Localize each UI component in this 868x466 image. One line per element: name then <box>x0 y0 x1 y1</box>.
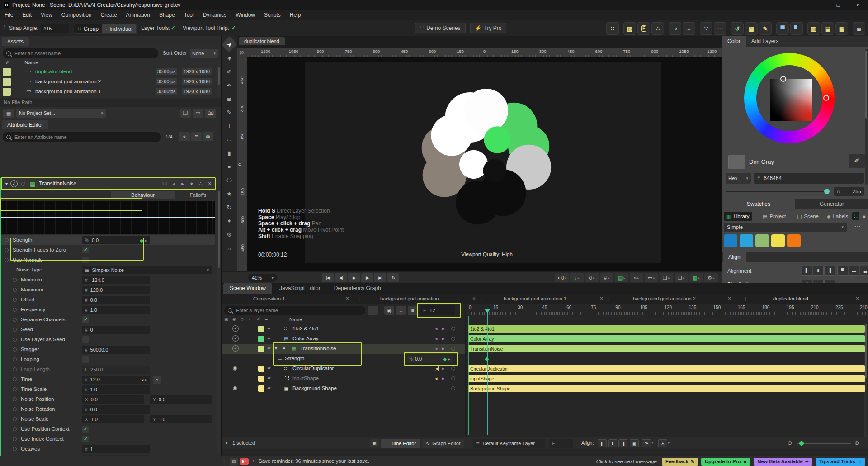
asset-color-swatch[interactable] <box>3 68 11 76</box>
child-strength-field[interactable]: %0.0◆▸ <box>406 355 453 363</box>
tab-align[interactable]: Align <box>723 252 746 262</box>
attr-dropdown[interactable]: ▦Simplex Noise▾ <box>82 266 212 274</box>
prev-keyframe-icon[interactable]: ◂ <box>435 336 438 342</box>
menu-composition[interactable]: Composition <box>57 12 96 18</box>
attr-checkbox[interactable]: ✓ <box>82 247 89 253</box>
swatch-color[interactable] <box>771 234 785 247</box>
comp-tab-close-icon[interactable]: × <box>600 295 603 302</box>
alignment-button-1[interactable]: ▮ <box>813 266 824 276</box>
attr-circle-icon[interactable] <box>13 397 17 401</box>
swatch-list-view-button[interactable]: ≡ <box>860 212 868 220</box>
menu-shape[interactable]: Shape <box>155 12 179 18</box>
snap-angle-field[interactable]: # 15 <box>41 24 69 33</box>
attr-field[interactable]: #50000.0 <box>82 346 150 354</box>
node-header[interactable]: ▾✓▦TransitionNoise⊟◂▸⌖∴× <box>1 177 216 190</box>
add-layer-button[interactable]: + <box>368 306 378 315</box>
attr-circle-icon[interactable] <box>13 298 17 302</box>
minimize-button[interactable]: – <box>808 0 828 10</box>
maximize-button[interactable]: □ <box>828 0 848 10</box>
step-forward-button[interactable]: |▶ <box>361 273 373 282</box>
viewport-canvas[interactable]: Hold S Direct Layer SelectionSpace Play/… <box>247 57 722 271</box>
child-attr-label[interactable]: Strength <box>285 356 304 361</box>
rectangle-tool[interactable]: ▮ <box>223 147 235 158</box>
menu-dynamics[interactable]: Dynamics <box>198 12 231 18</box>
footer-align-button-2[interactable]: ▐ <box>618 439 627 447</box>
layer-row-circularduplicator[interactable]: ◉▰∷CircularDuplicator◂▸ <box>222 364 465 374</box>
comp-tab-duplicator-blend[interactable]: duplicator blend <box>773 296 808 301</box>
next-keyframe-icon[interactable]: ▸ <box>442 326 445 332</box>
attr-circle-icon[interactable] <box>13 308 17 312</box>
footer-align-button-0[interactable]: ▌ <box>598 439 607 447</box>
camera-tool[interactable]: ◙ <box>223 93 235 104</box>
keyframe-diamond-icon[interactable]: ◆ <box>443 357 447 361</box>
attr-checkbox[interactable]: ✓ <box>82 426 89 433</box>
viewport-zoom-select[interactable]: 41%▾ <box>248 274 277 282</box>
layer-name[interactable]: TransitionNoise <box>300 346 336 351</box>
tab-behaviour[interactable]: Behaviour <box>111 191 175 199</box>
attr-checkbox[interactable]: ✓ <box>82 316 89 323</box>
attr-circle-icon[interactable] <box>5 258 9 262</box>
view-grid-icon[interactable]: ∷ <box>606 22 619 35</box>
comp-tab-background-grid-animation-1[interactable]: background grid animation 1 <box>504 296 566 301</box>
play-button[interactable]: ▶ <box>348 273 360 282</box>
next-keyframe-icon[interactable]: ▸ <box>145 377 147 382</box>
solo-circle-icon[interactable] <box>21 182 25 186</box>
remove-keyframe-button[interactable]: × <box>153 376 161 384</box>
column-layout-icon[interactable]: ▥ <box>807 22 820 35</box>
layer-tag-icon[interactable]: ▰ <box>267 385 271 390</box>
viewport-tool-help-check-icon[interactable]: ✓ <box>231 24 236 31</box>
editor-mode-box-icon[interactable]: ▣ <box>370 439 379 447</box>
snapping-magnet-icon[interactable]: Ω▸ <box>585 273 599 282</box>
attr-circle-icon[interactable] <box>13 447 17 451</box>
swatch-more-button[interactable]: ⋯ <box>850 223 865 232</box>
viewport-settings-icon[interactable]: ⚙▸ <box>704 273 718 282</box>
attr-circle-icon[interactable] <box>13 437 17 441</box>
attr-circle-icon[interactable] <box>13 417 17 421</box>
attr-circle-icon[interactable] <box>13 377 17 381</box>
menu-create[interactable]: Create <box>96 12 122 18</box>
toolbar-grip[interactable]: ⁞ <box>4 24 5 30</box>
render-check-icon[interactable]: ✓ <box>232 325 239 332</box>
close-icon[interactable]: × <box>206 181 214 187</box>
attr-field[interactable]: %0.0◆▸ <box>82 236 150 244</box>
keyframe-layer-select[interactable]: ≣Default Keyframe Layer <box>473 439 545 448</box>
alpha-slider-track[interactable] <box>726 191 830 192</box>
upgrade-to-pro-button[interactable]: Upgrade to Pro★ <box>701 458 750 466</box>
align-layers-icon[interactable]: ≡ <box>683 22 695 35</box>
footer-frame-field[interactable]: F- <box>549 439 573 448</box>
attr-field-x[interactable]: X1.0 <box>82 415 144 423</box>
layer-name[interactable]: inputShape <box>292 376 319 381</box>
next-keyframe-icon[interactable]: ▸ <box>442 346 445 352</box>
audio-icon[interactable]: ♪▸ <box>570 273 584 282</box>
menu-window[interactable]: Window <box>231 12 259 18</box>
layer-name[interactable]: Background Shape <box>292 385 337 391</box>
swatch-color[interactable] <box>755 234 769 247</box>
swatch-color[interactable] <box>787 234 801 247</box>
menu-view[interactable]: View <box>36 12 57 18</box>
remove-attribute-icon[interactable]: ⊟ <box>160 181 169 187</box>
attr-circle-icon[interactable] <box>5 248 9 252</box>
options-icon[interactable]: ∴ <box>197 181 205 187</box>
rotate-tool[interactable]: ↻ <box>223 202 235 213</box>
attr-field-x[interactable]: X0.0 <box>82 395 144 404</box>
link-circle-icon[interactable] <box>451 386 455 390</box>
polygon-tool[interactable]: ⎔ <box>223 175 235 185</box>
direct-select-tool[interactable]: ➤ <box>221 50 237 66</box>
new-beta-available-button[interactable]: New Beta Available✦ <box>754 458 812 466</box>
layer-search-input[interactable]: Enter a layer name <box>224 306 365 315</box>
search-cursor-button[interactable]: ⌖ <box>179 132 190 141</box>
next-message-link[interactable]: Click to see next message <box>596 459 657 464</box>
layer-row-inputshape[interactable]: ▰inputShape◂▸ <box>222 374 465 384</box>
isolate-cube-icon[interactable]: ▧ <box>623 22 636 35</box>
attr-field[interactable]: #1 <box>82 445 150 453</box>
track-bar-inputshape[interactable]: inputShape <box>468 375 865 382</box>
attr-checkbox[interactable] <box>82 336 89 343</box>
tab-add-layers[interactable]: Add Layers <box>746 36 784 47</box>
attr-circle-icon[interactable] <box>13 427 17 431</box>
next-keyframe-icon[interactable]: ▸ <box>442 376 445 381</box>
zoom-in-icon[interactable]: ⊕ <box>854 440 859 446</box>
assets-tab[interactable]: Assets <box>2 37 29 46</box>
list-timeline-splitter[interactable] <box>465 304 466 449</box>
strength-keyframe-diamond[interactable]: ◆ <box>485 356 489 362</box>
more-dots-icon[interactable]: ⋯ <box>714 22 726 35</box>
